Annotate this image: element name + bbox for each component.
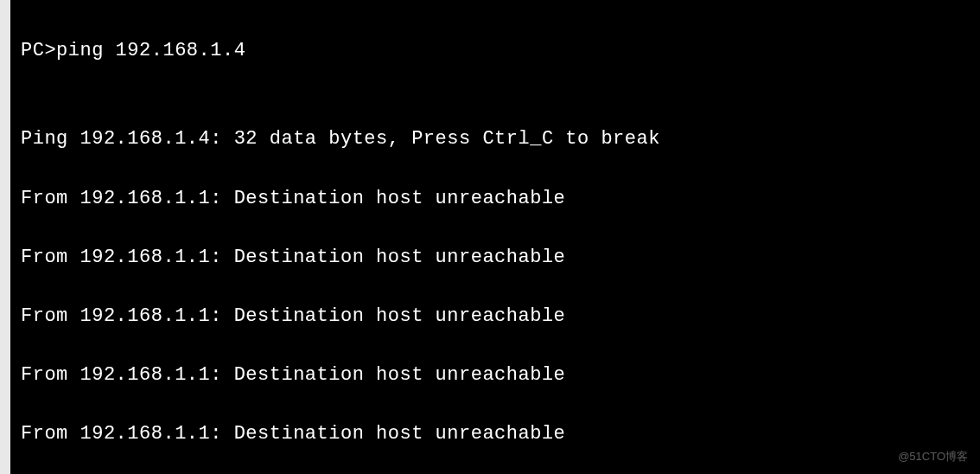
watermark: @51CTO博客	[898, 448, 968, 465]
prompt: PC>	[21, 40, 56, 61]
ping-reply: From 192.168.1.1: Destination host unrea…	[21, 420, 971, 449]
ping-reply: From 192.168.1.1: Destination host unrea…	[21, 302, 971, 331]
terminal[interactable]: PC>ping 192.168.1.4 Ping 192.168.1.4: 32…	[0, 0, 980, 474]
ping-reply: From 192.168.1.1: Destination host unrea…	[21, 184, 971, 214]
command-line[interactable]: PC>ping 192.168.1.4	[21, 36, 971, 66]
ping-reply: From 192.168.1.1: Destination host unrea…	[21, 361, 971, 390]
ping-reply: From 192.168.1.1: Destination host unrea…	[21, 243, 971, 272]
command-text: ping 192.168.1.4	[56, 40, 245, 61]
ping-header: Ping 192.168.1.4: 32 data bytes, Press C…	[21, 125, 971, 154]
